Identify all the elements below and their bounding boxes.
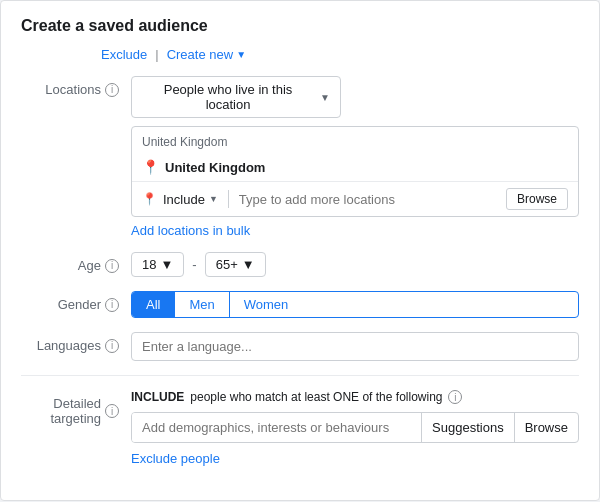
exclude-people-link[interactable]: Exclude people xyxy=(131,451,579,466)
pin-icon: 📍 xyxy=(142,159,159,175)
add-bulk-link[interactable]: Add locations in bulk xyxy=(131,223,579,238)
gender-label: Gender i xyxy=(21,291,131,312)
age-separator: - xyxy=(192,257,196,272)
chevron-down-icon: ▼ xyxy=(209,194,218,204)
suggestions-button[interactable]: Suggestions xyxy=(421,413,514,442)
locations-content: People who live in this location ▼ Unite… xyxy=(131,76,579,238)
targeting-input-row: Suggestions Browse xyxy=(131,412,579,443)
chevron-down-icon: ▼ xyxy=(320,92,330,103)
location-browse-button[interactable]: Browse xyxy=(506,188,568,210)
age-content: 18 ▼ - 65+ ▼ xyxy=(131,252,579,277)
location-selected: 📍 United Kingdom xyxy=(132,153,578,181)
gender-all-button[interactable]: All xyxy=(132,292,175,317)
panel-title: Create a saved audience xyxy=(21,17,579,35)
locations-info-icon[interactable]: i xyxy=(105,83,119,97)
detailed-info-icon-inline[interactable]: i xyxy=(448,390,462,404)
gender-info-icon[interactable]: i xyxy=(105,298,119,312)
top-actions: Exclude | Create new ▼ xyxy=(21,47,579,62)
locations-row: Locations i People who live in this loca… xyxy=(21,76,579,238)
location-input-separator xyxy=(228,190,229,208)
age-label: Age i xyxy=(21,252,131,273)
languages-label: Languages i xyxy=(21,332,131,353)
create-new-link[interactable]: Create new ▼ xyxy=(167,47,246,62)
location-input-row: 📍 Include ▼ Browse xyxy=(132,181,578,216)
gender-row: Gender i All Men Women xyxy=(21,291,579,318)
age-info-icon[interactable]: i xyxy=(105,259,119,273)
detailed-targeting-info-icon[interactable]: i xyxy=(105,404,119,418)
chevron-down-icon: ▼ xyxy=(242,257,255,272)
chevron-down-icon: ▼ xyxy=(160,257,173,272)
main-panel: Create a saved audience Exclude | Create… xyxy=(0,0,600,501)
detailed-targeting-row: Detailed targeting i INCLUDE people who … xyxy=(21,390,579,466)
age-row: Age i 18 ▼ - 65+ ▼ xyxy=(21,252,579,277)
locations-label: Locations i xyxy=(21,76,131,97)
chevron-down-icon: ▼ xyxy=(236,49,246,60)
language-input[interactable] xyxy=(131,332,579,361)
exclude-link[interactable]: Exclude xyxy=(101,47,147,62)
languages-info-icon[interactable]: i xyxy=(105,339,119,353)
include-text: INCLUDE xyxy=(131,390,184,404)
location-box: United Kingdom 📍 United Kingdom 📍 Includ… xyxy=(131,126,579,217)
detailed-targeting-content: INCLUDE people who match at least ONE of… xyxy=(131,390,579,466)
targeting-search-input[interactable] xyxy=(132,413,421,442)
targeting-browse-button[interactable]: Browse xyxy=(514,413,578,442)
gender-button-group: All Men Women xyxy=(131,291,579,318)
gender-content: All Men Women xyxy=(131,291,579,318)
gender-men-button[interactable]: Men xyxy=(175,292,229,317)
pin-icon-small: 📍 xyxy=(142,192,157,206)
location-search-input[interactable] xyxy=(239,192,500,207)
location-type-dropdown[interactable]: People who live in this location ▼ xyxy=(131,76,341,118)
separator: | xyxy=(155,47,158,62)
location-search-hint: United Kingdom xyxy=(132,127,578,153)
age-max-dropdown[interactable]: 65+ ▼ xyxy=(205,252,266,277)
detailed-targeting-label: Detailed targeting i xyxy=(21,390,131,426)
include-dropdown[interactable]: Include ▼ xyxy=(163,192,218,207)
languages-row: Languages i xyxy=(21,332,579,361)
detailed-rest-text: people who match at least ONE of the fol… xyxy=(190,390,442,404)
divider xyxy=(21,375,579,376)
detailed-title-row: INCLUDE people who match at least ONE of… xyxy=(131,390,579,404)
age-min-dropdown[interactable]: 18 ▼ xyxy=(131,252,184,277)
gender-women-button[interactable]: Women xyxy=(230,292,303,317)
languages-content xyxy=(131,332,579,361)
